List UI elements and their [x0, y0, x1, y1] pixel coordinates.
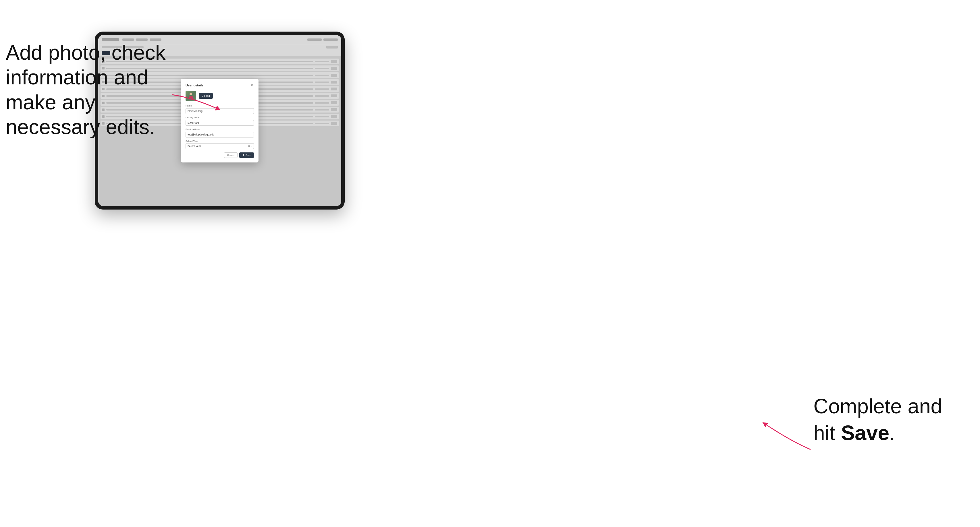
- annotation-left-line3: make any: [6, 91, 95, 114]
- annotation-left-line4: necessary edits.: [6, 115, 155, 138]
- user-photo-thumbnail: [186, 91, 196, 101]
- email-label: Email address: [186, 128, 254, 130]
- cancel-button[interactable]: Cancel: [224, 152, 237, 158]
- annotation-left: Add photo, check information and make an…: [6, 40, 172, 140]
- school-year-chevron-icon[interactable]: ⌄: [251, 145, 253, 147]
- display-name-field-group: Display name: [186, 116, 254, 126]
- user-details-modal: User details ×: [181, 79, 258, 162]
- school-year-wrapper: ✕ ⌄: [186, 143, 254, 149]
- display-name-label: Display name: [186, 116, 254, 119]
- person-silhouette: [188, 93, 193, 99]
- school-year-field-group: School Year ✕ ⌄: [186, 140, 254, 149]
- email-field-group: Email address: [186, 128, 254, 138]
- school-year-controls: ✕ ⌄: [248, 144, 253, 148]
- school-year-clear-button[interactable]: ✕: [248, 144, 250, 148]
- save-icon: ⬆: [242, 154, 244, 156]
- school-year-input[interactable]: [186, 143, 254, 149]
- annotation-right: Complete and hit Save.: [813, 393, 974, 447]
- modal-header: User details ×: [186, 83, 254, 87]
- save-button[interactable]: ⬆ Save: [239, 152, 254, 158]
- modal-title: User details: [186, 84, 204, 87]
- upload-button[interactable]: Upload: [199, 93, 213, 99]
- photo-section: Upload: [186, 91, 254, 101]
- name-label: Name: [186, 105, 254, 107]
- annotation-right-line1: Complete and: [813, 395, 942, 417]
- school-year-label: School Year: [186, 140, 254, 142]
- display-name-input[interactable]: [186, 120, 254, 126]
- arrow-right: [756, 418, 813, 452]
- person-head: [189, 93, 192, 95]
- save-label: Save: [246, 154, 251, 156]
- modal-close-button[interactable]: ×: [250, 83, 254, 87]
- name-field-group: Name: [186, 105, 254, 114]
- annotation-right-line2: hit: [813, 421, 841, 444]
- modal-actions: Cancel ⬆ Save: [186, 152, 254, 158]
- annotation-right-end: .: [889, 421, 895, 444]
- name-input[interactable]: [186, 108, 254, 114]
- annotation-left-line2: information and: [6, 66, 148, 89]
- annotation-left-line1: Add photo, check: [6, 41, 165, 64]
- person-body: [189, 96, 193, 99]
- user-photo-inner: [186, 91, 196, 101]
- email-input[interactable]: [186, 132, 254, 138]
- annotation-right-bold: Save: [841, 421, 889, 444]
